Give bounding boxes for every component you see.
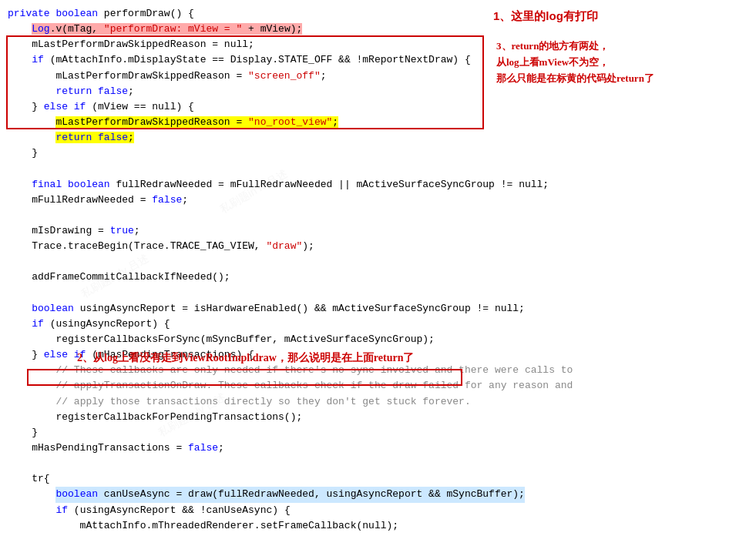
code-line-blue: boolean canUseAsync = draw(fullRedrawNee… (8, 487, 748, 502)
anno3-line2: 从log上看mView不为空， (496, 55, 654, 71)
code-line: registerCallbacksForSync(mSyncBuffer, mA… (8, 332, 748, 347)
code-line: addFrameCommitCallbackIfNeeded(); (8, 270, 748, 285)
annotation-3: 3、return的地方有两处， 从log上看mView不为空， 那么只能是在标黄… (496, 39, 654, 86)
code-line: registerCallbackForPendingTransactions()… (8, 410, 748, 425)
code-line (8, 286, 748, 301)
code-line: } (8, 425, 748, 441)
code-line: if (usingAsyncReport) { (8, 317, 748, 332)
code-line: mFullRedrawNeeded = false; (8, 193, 748, 208)
anno3-line1: 3、return的地方有两处， (496, 39, 654, 55)
code-line: mIsDrawing = true; (8, 223, 748, 239)
annotation-1-text: 1、这里的log有打印 (493, 9, 598, 22)
code-line-yellow: mLastPerformDrawSkippedReason = "no_root… (8, 115, 748, 130)
code-line: Trace.traceBegin(Trace.TRACE_TAG_VIEW, "… (8, 239, 748, 254)
code-line: mHasPendingTransactions = false; (8, 441, 748, 456)
annotation-2: 2、从log上看没有走到ViewRootImpl.draw，那么说明是在上面re… (77, 351, 415, 365)
code-line: private boolean performDraw() { (8, 6, 748, 22)
annotation-2-text: 2、从log上看没有走到ViewRootImpl.draw，那么说明是在上面re… (77, 352, 415, 363)
code-line (8, 456, 748, 471)
code-container: private boolean performDraw() { Log.v(mT… (0, 0, 756, 536)
code-line (8, 161, 748, 176)
anno3-line3: 那么只能是在标黄的代码处return了 (496, 71, 654, 87)
code-line-yellow2: return false; (8, 130, 748, 146)
code-line: // These callbacks are only needed if th… (8, 363, 748, 378)
code-line (8, 208, 748, 223)
code-line: } (8, 146, 748, 161)
code-line (8, 254, 748, 270)
code-line: tr{ (8, 471, 748, 487)
code-line: mAttachInfo.mThreadedRenderer.setFrameCa… (8, 518, 748, 534)
code-line: boolean usingAsyncReport = isHardwareEna… (8, 301, 748, 317)
code-line: // apply those transactions directly so … (8, 394, 748, 410)
code-line: // applyTransactionOnDraw. These callbac… (8, 378, 748, 394)
code-line: if (usingAsyncReport && !canUseAsync) { (8, 503, 748, 518)
code-line-log: Log.v(mTag, "performDraw: mView = " + mV… (8, 22, 748, 37)
code-line: final boolean fullRedrawNeeded = mFullRe… (8, 177, 748, 193)
code-line: } else if (mView == null) { (8, 99, 748, 115)
annotation-1: 1、这里的log有打印 (493, 9, 598, 24)
